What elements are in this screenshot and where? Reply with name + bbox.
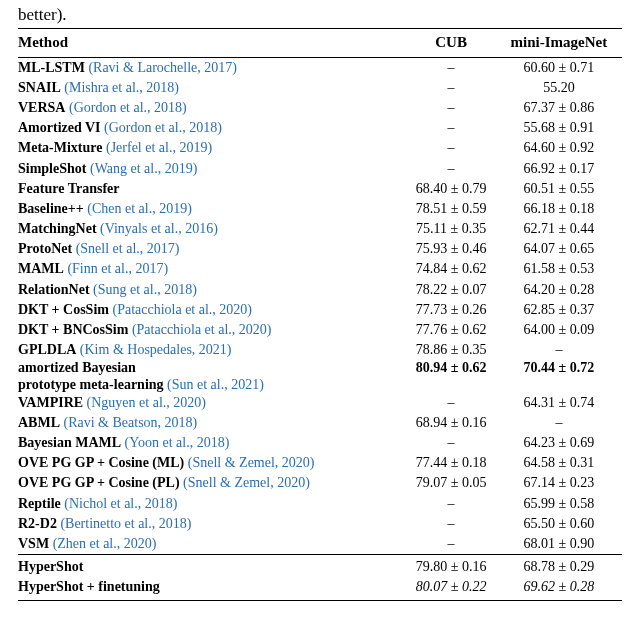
method-cell: SimpleShot (Wang et al., 2019) (18, 159, 406, 179)
mini-imagenet-cell: 60.51 ± 0.55 (498, 179, 622, 199)
col-cub: CUB (406, 29, 497, 58)
citation: (Mishra et al., 2018) (61, 80, 179, 95)
method-name: HyperShot + finetuning (18, 579, 160, 594)
method-name: R2-D2 (18, 516, 57, 531)
method-cell: ABML (Ravi & Beatson, 2018) (18, 413, 406, 433)
col-mini: mini-ImageNet (498, 29, 622, 58)
table-row: R2-D2 (Bertinetto et al., 2018)–65.50 ± … (18, 514, 622, 534)
cub-cell: – (406, 98, 497, 118)
cub-cell: – (406, 159, 497, 179)
table-row: DKT + BNCosSim (Patacchiola et al., 2020… (18, 320, 622, 340)
citation: (Jerfel et al., 2019) (102, 140, 212, 155)
citation: (Zhen et al., 2020) (49, 536, 156, 551)
method-name: GPLDLA (18, 342, 76, 357)
citation: (Sun et al., 2021) (164, 377, 264, 392)
citation: (Kim & Hospedales, 2021) (76, 342, 231, 357)
method-cell: VERSA (Gordon et al., 2018) (18, 98, 406, 118)
table-row: MAML (Finn et al., 2017)74.84 ± 0.6261.5… (18, 259, 622, 279)
mini-imagenet-cell: 62.85 ± 0.37 (498, 300, 622, 320)
method-cell: ML-LSTM (Ravi & Larochelle, 2017) (18, 57, 406, 78)
method-name: ProtoNet (18, 241, 72, 256)
method-name: HyperShot (18, 559, 83, 574)
method-name: Reptile (18, 496, 61, 511)
method-name: DKT + CosSim (18, 302, 109, 317)
method-cell: amortized Bayesianprototype meta-learnin… (18, 360, 406, 392)
mini-imagenet-cell: 65.50 ± 0.60 (498, 514, 622, 534)
method-cell: HyperShot (18, 555, 406, 578)
citation: (Bertinetto et al., 2018) (57, 516, 192, 531)
table-row: SNAIL (Mishra et al., 2018)–55.20 (18, 78, 622, 98)
mini-imagenet-cell: – (498, 413, 622, 433)
method-name: Bayesian MAML (18, 435, 121, 450)
table-row: VSM (Zhen et al., 2020)–68.01 ± 0.90 (18, 534, 622, 555)
citation: (Nguyen et al., 2020) (83, 395, 206, 410)
method-cell: OVE PG GP + Cosine (PL) (Snell & Zemel, … (18, 473, 406, 493)
method-cell: Meta-Mixture (Jerfel et al., 2019) (18, 138, 406, 158)
mini-imagenet-cell: 68.78 ± 0.29 (498, 555, 622, 578)
cub-cell: 80.07 ± 0.22 (406, 577, 497, 601)
mini-imagenet-cell: 68.01 ± 0.90 (498, 534, 622, 555)
table-row: DKT + CosSim (Patacchiola et al., 2020)7… (18, 300, 622, 320)
method-name: SimpleShot (18, 161, 86, 176)
method-name: OVE PG GP + Cosine (PL) (18, 475, 180, 490)
citation: (Gordon et al., 2018) (65, 100, 186, 115)
mini-imagenet-cell: 55.20 (498, 78, 622, 98)
table-row: ProtoNet (Snell et al., 2017)75.93 ± 0.4… (18, 239, 622, 259)
method-cell: OVE PG GP + Cosine (ML) (Snell & Zemel, … (18, 453, 406, 473)
citation: (Ravi & Beatson, 2018) (60, 415, 197, 430)
table-row: OVE PG GP + Cosine (ML) (Snell & Zemel, … (18, 453, 622, 473)
cub-cell: – (406, 393, 497, 413)
method-cell: ProtoNet (Snell et al., 2017) (18, 239, 406, 259)
citation: (Snell & Zemel, 2020) (180, 475, 310, 490)
method-name: RelationNet (18, 282, 90, 297)
table-row: VERSA (Gordon et al., 2018)–67.37 ± 0.86 (18, 98, 622, 118)
table-row: Bayesian MAML (Yoon et al., 2018)–64.23 … (18, 433, 622, 453)
cub-cell: – (406, 57, 497, 78)
method-name: VSM (18, 536, 49, 551)
cub-cell: 80.94 ± 0.62 (406, 360, 497, 392)
mini-imagenet-cell: 55.68 ± 0.91 (498, 118, 622, 138)
method-cell: Amortized VI (Gordon et al., 2018) (18, 118, 406, 138)
cub-cell: 75.11 ± 0.35 (406, 219, 497, 239)
cub-cell: 77.76 ± 0.62 (406, 320, 497, 340)
mini-imagenet-cell: 69.62 ± 0.28 (498, 577, 622, 601)
cub-cell: 68.40 ± 0.79 (406, 179, 497, 199)
citation: (Snell & Zemel, 2020) (184, 455, 314, 470)
cub-cell: 79.80 ± 0.16 (406, 555, 497, 578)
table-row: VAMPIRE (Nguyen et al., 2020)–64.31 ± 0.… (18, 393, 622, 413)
method-cell: VSM (Zhen et al., 2020) (18, 534, 406, 555)
method-name: Meta-Mixture (18, 140, 102, 155)
method-cell: Baseline++ (Chen et al., 2019) (18, 199, 406, 219)
method-cell: Bayesian MAML (Yoon et al., 2018) (18, 433, 406, 453)
cub-cell: – (406, 514, 497, 534)
method-cell: MatchingNet (Vinyals et al., 2016) (18, 219, 406, 239)
mini-imagenet-cell: 70.44 ± 0.72 (498, 360, 622, 392)
table-body: ML-LSTM (Ravi & Larochelle, 2017)–60.60 … (18, 57, 622, 601)
citation: (Gordon et al., 2018) (101, 120, 222, 135)
mini-imagenet-cell: 64.58 ± 0.31 (498, 453, 622, 473)
table-row: Baseline++ (Chen et al., 2019)78.51 ± 0.… (18, 199, 622, 219)
method-cell: SNAIL (Mishra et al., 2018) (18, 78, 406, 98)
mini-imagenet-cell: 64.07 ± 0.65 (498, 239, 622, 259)
cub-cell: 75.93 ± 0.46 (406, 239, 497, 259)
method-name: MAML (18, 261, 64, 276)
table-header-row: Method CUB mini-ImageNet (18, 29, 622, 58)
method-cell: MAML (Finn et al., 2017) (18, 259, 406, 279)
method-name: VAMPIRE (18, 395, 83, 410)
col-method: Method (18, 29, 406, 58)
method-cell: Reptile (Nichol et al., 2018) (18, 494, 406, 514)
method-name: amortized Bayesian (18, 360, 136, 375)
method-cell: Feature Transfer (18, 179, 406, 199)
cub-cell: 78.22 ± 0.07 (406, 280, 497, 300)
mini-imagenet-cell: 61.58 ± 0.53 (498, 259, 622, 279)
method-cell: DKT + BNCosSim (Patacchiola et al., 2020… (18, 320, 406, 340)
method-name: Baseline++ (18, 201, 84, 216)
cub-cell: – (406, 494, 497, 514)
table-row: HyperShot + finetuning80.07 ± 0.2269.62 … (18, 577, 622, 601)
cub-cell: 79.07 ± 0.05 (406, 473, 497, 493)
table-row: Reptile (Nichol et al., 2018)–65.99 ± 0.… (18, 494, 622, 514)
cub-cell: 78.51 ± 0.59 (406, 199, 497, 219)
citation: (Snell et al., 2017) (72, 241, 179, 256)
cub-cell: 77.73 ± 0.26 (406, 300, 497, 320)
mini-imagenet-cell: 64.00 ± 0.09 (498, 320, 622, 340)
